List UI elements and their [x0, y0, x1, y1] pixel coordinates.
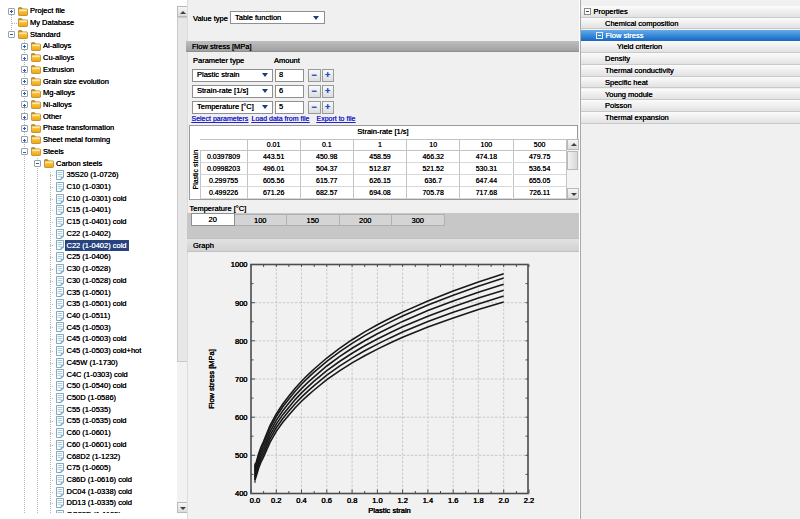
svg-text:Plastic strain: Plastic strain: [368, 506, 411, 515]
svg-text:2.0: 2.0: [498, 496, 508, 505]
svg-text:0.2: 0.2: [271, 496, 281, 505]
svg-text:400: 400: [235, 489, 248, 498]
svg-text:0.0: 0.0: [250, 496, 260, 505]
svg-text:1.2: 1.2: [397, 496, 407, 505]
svg-text:1.8: 1.8: [473, 496, 483, 505]
svg-text:600: 600: [235, 413, 248, 422]
svg-text:900: 900: [235, 299, 248, 308]
svg-text:500: 500: [235, 451, 248, 460]
svg-text:1000: 1000: [231, 260, 248, 269]
svg-text:0.4: 0.4: [296, 496, 306, 505]
svg-text:800: 800: [235, 337, 248, 346]
svg-text:0.8: 0.8: [347, 496, 357, 505]
svg-text:1.6: 1.6: [448, 496, 458, 505]
svg-text:2.2: 2.2: [524, 496, 534, 505]
svg-text:0.6: 0.6: [322, 496, 332, 505]
svg-text:1.4: 1.4: [423, 496, 433, 505]
svg-text:1.0: 1.0: [372, 496, 382, 505]
svg-text:700: 700: [235, 375, 248, 384]
svg-text:Flow stress [MPa]: Flow stress [MPa]: [207, 349, 216, 409]
